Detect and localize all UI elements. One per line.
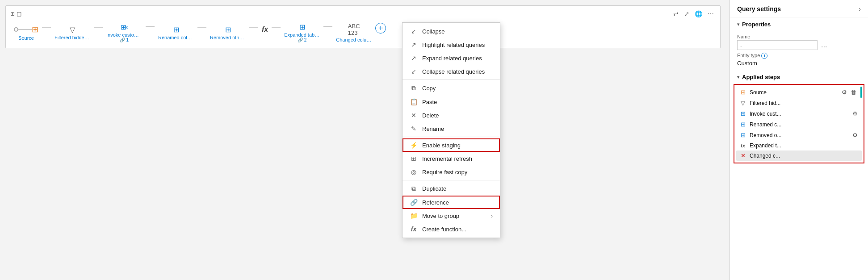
applied-step-removed-left: ⊞ Removed o... — [739, 132, 781, 138]
step-expanded-link[interactable]: 🔗 2 — [298, 38, 306, 42]
applied-step-renamed-label: Renamed c... — [750, 121, 781, 128]
pipeline-container: ⊞ ◫ ⇄ ⤢ 🌐 ⋯ ⊞ Source — [5, 5, 721, 48]
applied-step-filtered-icon: ▽ — [739, 100, 747, 106]
menu-item-reference[interactable]: 🔗 Reference — [403, 196, 500, 209]
menu-highlight-related-label: Highlight related queries — [422, 42, 485, 48]
applied-step-renamed-icon: ⊞ — [739, 121, 747, 128]
reference-icon: 🔗 — [410, 199, 418, 206]
pipeline-title-text: ◫ — [17, 11, 21, 17]
paste-icon: 📋 — [410, 98, 418, 105]
step-filtered-icon: ▽ — [70, 25, 75, 34]
step-expanded[interactable]: ⊞ Expanded table c... 🔗 2 — [281, 21, 323, 44]
panel-title: Query settings — [737, 5, 781, 13]
menu-item-copy[interactable]: ⧉ Copy — [403, 81, 500, 95]
source-teal-bar — [860, 87, 862, 98]
menu-item-highlight-related[interactable]: ↗ Highlight related queries — [403, 38, 500, 51]
menu-item-require-fast-copy[interactable]: ◎ Require fast copy — [403, 165, 500, 179]
panel-header: Query settings › — [730, 0, 868, 17]
applied-step-expanded[interactable]: fx Expanded t... — [736, 141, 862, 150]
menu-collapse-label: Collapse — [422, 28, 445, 35]
duplicate-icon: ⧉ — [410, 185, 418, 192]
action-more-btn[interactable]: ⋯ — [706, 9, 716, 18]
name-more-btn[interactable]: ... — [819, 40, 829, 50]
applied-steps-box: ⊞ Source ⚙ 🗑 ▽ Filtered hid... ⊞ Invoke … — [734, 84, 864, 163]
menu-item-collapse-related[interactable]: ↙ Collapse related queries — [403, 65, 500, 78]
menu-enable-staging-label: Enable staging — [422, 142, 461, 149]
step-source-label: Source — [18, 35, 34, 41]
applied-step-source-icon: ⊞ — [739, 89, 747, 96]
applied-step-removed-actions: ⚙ — [851, 131, 859, 139]
step-renamed-icon: ⊞ — [173, 25, 179, 34]
step-filtered[interactable]: ▽ Filtered hidden fi... — [51, 24, 94, 42]
applied-step-changed-label: Changed c... — [750, 153, 780, 159]
pipeline-table-icon: ⊞ — [10, 11, 15, 17]
step-filtered-label: Filtered hidden fi... — [55, 35, 90, 40]
source-gear-btn[interactable]: ⚙ — [840, 88, 848, 96]
menu-item-expand-related[interactable]: ↗ Expand related queries — [403, 51, 500, 65]
require-fast-copy-icon: ◎ — [410, 168, 418, 176]
menu-paste-label: Paste — [422, 99, 437, 105]
properties-section-label: Properties — [742, 21, 771, 28]
applied-step-invoke[interactable]: ⊞ Invoke cust... ⚙ — [736, 108, 862, 119]
applied-step-changed-icon: ✕ — [739, 152, 747, 159]
step-changed[interactable]: ABC123 Changed column... — [332, 21, 375, 44]
connector-7 — [323, 26, 332, 27]
add-step-btn[interactable]: + — [375, 23, 386, 33]
applied-step-source[interactable]: ⊞ Source ⚙ 🗑 — [736, 87, 860, 98]
menu-delete-label: Delete — [422, 112, 439, 119]
separator-2 — [403, 137, 500, 137]
source-delete-btn[interactable]: 🗑 — [849, 88, 858, 96]
menu-item-delete[interactable]: ✕ Delete — [403, 109, 500, 122]
removed-gear-btn[interactable]: ⚙ — [851, 131, 859, 139]
context-menu: ↙ Collapse ↗ Highlight related queries ↗… — [402, 22, 500, 238]
action-share-btn[interactable]: ⇄ — [671, 9, 680, 18]
step-changed-label: Changed column... — [336, 37, 372, 42]
create-function-icon: fx — [410, 226, 418, 233]
applied-step-changed[interactable]: ✕ Changed c... — [736, 150, 862, 161]
connector-3 — [146, 26, 155, 27]
step-source[interactable]: ⊞ Source — [10, 23, 42, 42]
connector-5 — [249, 27, 258, 28]
applied-step-source-left: ⊞ Source — [739, 89, 767, 96]
step-invoke-link[interactable]: 🔗 1 — [120, 38, 129, 42]
applied-step-renamed[interactable]: ⊞ Renamed c... — [736, 119, 862, 130]
expand-related-icon: ↗ — [410, 54, 418, 62]
step-connector — [18, 29, 32, 30]
menu-move-to-group-label: Move to group — [422, 213, 459, 219]
menu-item-create-function[interactable]: fx Create function... — [403, 222, 500, 236]
entity-type-info-icon[interactable]: i — [761, 53, 767, 59]
menu-item-collapse[interactable]: ↙ Collapse — [403, 25, 500, 38]
step-changed-icon: ABC123 — [348, 23, 360, 36]
step-renamed-label: Renamed columns — [158, 35, 194, 40]
applied-step-source-actions: ⚙ 🗑 — [840, 88, 858, 96]
menu-item-paste[interactable]: 📋 Paste — [403, 95, 500, 109]
step-fx[interactable]: fx — [258, 24, 272, 42]
step-source-icon: ⊞ — [32, 25, 38, 34]
step-invoke[interactable]: ⊞ fx Invoke custom fu... 🔗 1 — [103, 21, 146, 44]
menu-item-incremental-refresh[interactable]: ⊞ Incremental refresh — [403, 152, 500, 165]
rename-icon: ✎ — [410, 125, 418, 132]
applied-step-filtered[interactable]: ▽ Filtered hid... — [736, 98, 862, 108]
menu-item-enable-staging[interactable]: ⚡ Enable staging — [403, 138, 500, 152]
copy-icon: ⧉ — [410, 84, 418, 92]
connector-4 — [197, 27, 206, 28]
step-fx-icon: fx — [262, 25, 268, 33]
applied-step-removed[interactable]: ⊞ Removed o... ⚙ — [736, 130, 862, 141]
menu-item-move-to-group[interactable]: 📁 Move to group › — [403, 209, 500, 222]
step-renamed[interactable]: ⊞ Renamed columns — [155, 24, 197, 42]
panel-expand-btn[interactable]: › — [859, 5, 861, 13]
name-input[interactable] — [737, 40, 818, 50]
step-removed[interactable]: ⊞ Removed other c... — [206, 24, 249, 42]
invoke-gear-btn[interactable]: ⚙ — [851, 110, 859, 117]
applied-step-invoke-actions: ⚙ — [851, 110, 859, 117]
right-panel: Query settings › ▾ Properties Name ... E… — [730, 0, 868, 280]
menu-item-duplicate[interactable]: ⧉ Duplicate — [403, 182, 500, 196]
pipeline-title: ⊞ ◫ — [10, 11, 21, 17]
step-start-circle — [14, 27, 18, 32]
applied-step-source-label: Source — [750, 89, 767, 96]
properties-section-header[interactable]: ▾ Properties — [730, 17, 868, 29]
action-fullscreen-btn[interactable]: ⤢ — [682, 9, 691, 18]
menu-item-rename[interactable]: ✎ Rename — [403, 122, 500, 135]
action-refresh-btn[interactable]: 🌐 — [693, 9, 704, 18]
applied-steps-section-header[interactable]: ▾ Applied steps — [730, 70, 868, 82]
